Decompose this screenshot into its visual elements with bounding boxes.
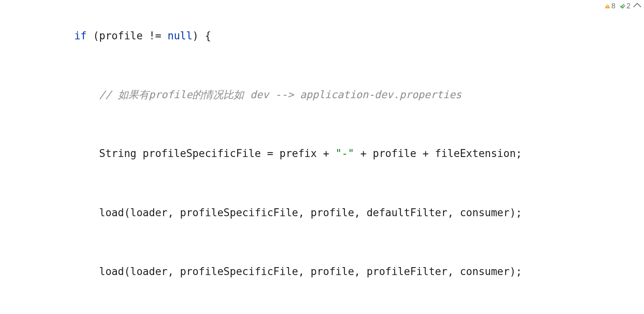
code-line[interactable]: String profileSpecificFile = prefix + "-…	[0, 144, 609, 164]
check-icon	[619, 2, 625, 10]
inspection-widget[interactable]: 8 2	[605, 2, 640, 10]
code-line[interactable]: if (profile != null) {	[0, 26, 609, 46]
code-editor[interactable]: if (profile != null) { // 如果有profile的情况比…	[0, 0, 609, 314]
code-line[interactable]: load(loader, profileSpecificFile, profil…	[0, 203, 609, 223]
chevron-up-icon[interactable]	[633, 3, 641, 11]
keyword-null: null	[168, 30, 193, 42]
comment: // 如果有profile的情况比如 dev --> application-d…	[99, 89, 462, 101]
code-line[interactable]: load(loader, profileSpecificFile, profil…	[0, 262, 609, 282]
ok-count: 2	[627, 2, 630, 10]
code-line[interactable]: // 如果有profile的情况比如 dev --> application-d…	[0, 85, 609, 105]
ok-indicator[interactable]: 2	[619, 2, 630, 10]
keyword-if: if	[74, 30, 87, 42]
warning-count: 8	[611, 2, 615, 10]
string-literal: "-"	[335, 147, 354, 159]
